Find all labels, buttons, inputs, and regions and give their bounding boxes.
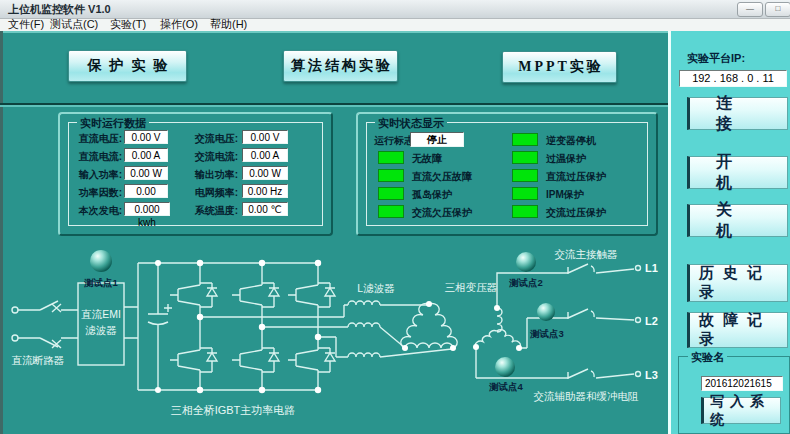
- circuit-diagram: 测试点1 测试点2 测试点3 测试点4 直流断路器 直流EMI 滤波器 三相全桥…: [0, 238, 668, 434]
- output-power-value: 0.00 W: [242, 166, 288, 180]
- system-temperature-value: 0.00 ℃: [242, 202, 288, 216]
- terminal-L1: [636, 266, 641, 271]
- status-indicator-islanding-protection: [378, 187, 404, 200]
- test-point-1-label: 测试点1: [84, 277, 119, 288]
- ac-voltage-value: 0.00 V: [242, 130, 288, 144]
- app-window: 上位机监控软件 V1.0 — □ 文件(F) 测试点(C) 实验(T) 操作(O…: [0, 0, 790, 434]
- fault-records-button[interactable]: 故障记录: [687, 312, 788, 348]
- field-label: 电网频率:: [184, 186, 238, 200]
- dc-voltage-value: 0.00 V: [124, 130, 168, 144]
- status-indicator-dc-undervoltage-fault: [378, 169, 404, 182]
- history-records-button[interactable]: 历史记录: [687, 264, 788, 302]
- title-bar: 上位机监控软件 V1.0 — □: [0, 0, 790, 19]
- ac-aux-buffer-label: 交流辅助器和缓冲电阻: [534, 390, 640, 402]
- test-point-3-indicator[interactable]: [537, 303, 555, 321]
- test-point-4-indicator[interactable]: [495, 357, 515, 377]
- status-label: IPM保护: [546, 188, 584, 202]
- status-label: 无故障: [412, 152, 442, 166]
- emi-filter-label-line1: 直流EMI: [81, 308, 121, 320]
- status-label: 孤岛保护: [412, 188, 452, 202]
- test-point-1-indicator[interactable]: [90, 250, 112, 272]
- transformer-wye-winding: [475, 308, 520, 348]
- field-label: 交流电压:: [184, 132, 238, 146]
- menu-item-help[interactable]: 帮助(H): [206, 18, 251, 30]
- window-title: 上位机监控软件 V1.0: [8, 2, 111, 17]
- ac-current-value: 0.00 A: [242, 148, 288, 162]
- platform-ip-label: 实验平台IP:: [687, 51, 745, 66]
- status-indicator-ac-overvoltage-protection: [512, 205, 538, 218]
- phase-L1-label: L1: [645, 262, 658, 274]
- field-label: 系统温度:: [184, 204, 238, 218]
- input-power-value: 0.00 W: [124, 166, 168, 180]
- phase-L3-label: L3: [645, 369, 658, 381]
- status-label: 交流欠压保护: [412, 206, 472, 220]
- experiment-name-title: 实验名: [688, 350, 727, 365]
- grid-frequency-value: 0.00 Hz: [242, 184, 288, 198]
- realtime-data-title: 实时运行数据: [77, 116, 149, 131]
- emi-filter-label-line2: 滤波器: [85, 324, 117, 336]
- power-off-button[interactable]: 关机: [687, 204, 788, 237]
- menu-item-experiment[interactable]: 实验(T): [106, 18, 150, 30]
- test-point-3-label: 测试点3: [530, 328, 564, 339]
- status-indicator-ac-undervoltage-protection: [378, 205, 404, 218]
- status-indicator-no-fault: [378, 151, 404, 164]
- status-indicator-dc-overvoltage-protection: [512, 169, 538, 182]
- transformer-label: 三相变压器: [445, 281, 498, 293]
- status-label: 直流过压保护: [546, 170, 606, 184]
- status-label: 交流过压保护: [546, 206, 606, 220]
- status-label: 逆变器停机: [546, 134, 596, 148]
- menu-item-operation[interactable]: 操作(O): [156, 18, 202, 30]
- dc-breaker-label: 直流断路器: [12, 354, 65, 366]
- field-label: 直流电压:: [68, 132, 122, 146]
- field-label: 功率因数:: [68, 186, 122, 200]
- transformer-delta-winding: [401, 303, 457, 348]
- power-on-button[interactable]: 开机: [687, 156, 788, 189]
- write-to-system-button[interactable]: 写入系统: [701, 397, 781, 424]
- test-point-4-label: 测试点4: [489, 381, 524, 392]
- dc-current-value: 0.00 A: [124, 148, 168, 162]
- field-label: 输出功率:: [184, 168, 238, 182]
- dc-breaker-symbol: [12, 301, 78, 348]
- ip-address-field[interactable]: 192 . 168 . 0 . 11: [679, 70, 787, 87]
- status-label: 直流欠压故障: [412, 170, 472, 184]
- power-factor-value: 0.00: [124, 184, 168, 198]
- mppt-experiment-button[interactable]: MPPT实验: [502, 51, 617, 83]
- igbt-bridge-label: 三相全桥IGBT主功率电路: [171, 404, 296, 416]
- status-indicator-overtemperature-protection: [512, 151, 538, 164]
- test-point-2-indicator[interactable]: [516, 252, 536, 272]
- realtime-status-title: 实时状态显示: [375, 116, 447, 131]
- field-label: 直流电流:: [68, 150, 122, 164]
- status-label: 过温保护: [546, 152, 586, 166]
- algorithm-structure-experiment-button[interactable]: 算法结构实验: [283, 50, 398, 82]
- phase-L2-label: L2: [645, 315, 658, 327]
- section-divider-light: [0, 105, 668, 107]
- ac-main-contactor-label: 交流主接触器: [555, 248, 618, 260]
- maximize-button[interactable]: □: [765, 2, 790, 17]
- menu-item-file[interactable]: 文件(F): [4, 18, 48, 30]
- protection-experiment-button[interactable]: 保护实验: [68, 50, 187, 82]
- field-label: 交流电流:: [184, 150, 238, 164]
- status-indicator-ipm-protection: [512, 187, 538, 200]
- field-label: 本次发电:: [68, 204, 122, 218]
- test-point-2-label: 测试点2: [509, 277, 543, 288]
- field-label: 输入功率:: [68, 168, 122, 182]
- minimize-button[interactable]: —: [737, 2, 763, 17]
- connect-button[interactable]: 连接: [687, 97, 788, 130]
- status-indicator-inverter-shutdown: [512, 133, 538, 146]
- run-flag-value: 停止: [410, 132, 464, 147]
- l-filter-label: L滤波器: [357, 282, 394, 294]
- terminal-L2: [636, 318, 641, 323]
- experiment-name-input[interactable]: [701, 376, 783, 391]
- terminal-L3: [636, 372, 641, 377]
- menu-item-testpoint[interactable]: 测试点(C): [46, 18, 102, 30]
- energy-value: 0.000 kwh: [124, 202, 170, 216]
